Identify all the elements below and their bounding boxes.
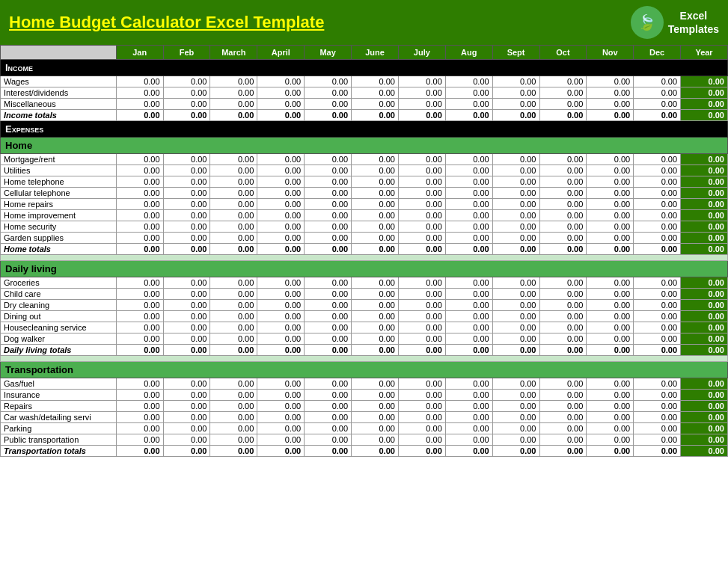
home-title: Home (1, 138, 728, 154)
interest-may[interactable]: 0.00 (305, 87, 352, 99)
home-totals-row: Home totals 0.000.000.000.000.000.000.00… (1, 244, 728, 255)
misc-nov[interactable]: 0.00 (587, 99, 634, 110)
income-totals-row: Income totals 0.00 0.00 0.00 0.00 0.00 0… (1, 110, 728, 121)
spacer-2 (1, 356, 728, 362)
column-header-row: Jan Feb March April May June July Aug Se… (1, 46, 728, 60)
page-header: Home Budget Calculator Excel Template 🍃 … (0, 0, 728, 45)
misc-dec[interactable]: 0.00 (634, 99, 681, 110)
wages-sep[interactable]: 0.00 (492, 76, 539, 87)
home-improvement-row: Home improvement 0.000.000.000.000.000.0… (1, 210, 728, 221)
income-total-nov: 0.00 (587, 110, 634, 121)
expenses-section-header: Expenses (1, 121, 728, 138)
dining-out-row: Dining out 0.000.000.000.000.000.000.000… (1, 311, 728, 322)
misc-sep[interactable]: 0.00 (492, 99, 539, 110)
misc-label: Miscellaneous (1, 99, 117, 110)
header-march: March (210, 46, 257, 60)
home-telephone-row: Home telephone 0.000.000.000.000.000.000… (1, 176, 728, 188)
home-section-header: Home (1, 138, 728, 154)
income-title: Income (1, 60, 728, 76)
misc-year: 0.00 (681, 99, 728, 110)
budget-table: Jan Feb March April May June July Aug Se… (0, 45, 728, 457)
transportation-totals-row: Transportation totals 0.000.000.000.000.… (1, 446, 728, 457)
misc-feb[interactable]: 0.00 (163, 99, 210, 110)
header-label (1, 46, 117, 60)
interest-year: 0.00 (681, 87, 728, 99)
wages-mar[interactable]: 0.00 (210, 76, 257, 87)
misc-oct[interactable]: 0.00 (539, 99, 587, 110)
header-oct: Oct (539, 46, 587, 60)
transportation-section-header: Transportation (1, 362, 728, 378)
wages-year: 0.00 (681, 76, 728, 87)
interest-aug[interactable]: 0.00 (445, 87, 492, 99)
gas-row: Gas/fuel 0.000.000.000.000.000.000.000.0… (1, 378, 728, 390)
interest-mar[interactable]: 0.00 (210, 87, 257, 99)
cellular-row: Cellular telephone 0.000.000.000.000.000… (1, 188, 728, 199)
interest-label: Interest/dividends (1, 87, 117, 99)
misc-row: Miscellaneous 0.00 0.00 0.00 0.00 0.00 0… (1, 99, 728, 110)
daily-living-title: Daily living (1, 261, 728, 277)
income-total-feb: 0.00 (163, 110, 210, 121)
housecleaning-row: Housecleaning service 0.000.000.000.000.… (1, 322, 728, 333)
income-total-apr: 0.00 (257, 110, 305, 121)
interest-oct[interactable]: 0.00 (539, 87, 587, 99)
header-year: Year (681, 46, 728, 60)
parking-row: Parking 0.000.000.000.000.000.000.000.00… (1, 423, 728, 434)
wages-nov[interactable]: 0.00 (587, 76, 634, 87)
misc-mar[interactable]: 0.00 (210, 99, 257, 110)
dry-cleaning-row: Dry cleaning 0.000.000.000.000.000.000.0… (1, 300, 728, 311)
misc-aug[interactable]: 0.00 (445, 99, 492, 110)
misc-may[interactable]: 0.00 (305, 99, 352, 110)
misc-jul[interactable]: 0.00 (398, 99, 445, 110)
logo-text: Excel Templates (668, 9, 719, 36)
header-feb: Feb (163, 46, 210, 60)
interest-feb[interactable]: 0.00 (163, 87, 210, 99)
wages-may[interactable]: 0.00 (305, 76, 352, 87)
wages-label: Wages (1, 76, 117, 87)
interest-dec[interactable]: 0.00 (634, 87, 681, 99)
header-june: June (352, 46, 399, 60)
wages-apr[interactable]: 0.00 (257, 76, 305, 87)
header-jan: Jan (116, 46, 163, 60)
header-nov: Nov (587, 46, 634, 60)
income-section-header: Income (1, 60, 728, 76)
income-total-jan: 0.00 (116, 110, 163, 121)
misc-jan[interactable]: 0.00 (116, 99, 163, 110)
misc-jun[interactable]: 0.00 (352, 99, 399, 110)
interest-sep[interactable]: 0.00 (492, 87, 539, 99)
wages-aug[interactable]: 0.00 (445, 76, 492, 87)
childcare-row: Child care 0.000.000.000.000.000.000.000… (1, 289, 728, 300)
wages-jan[interactable]: 0.00 (116, 76, 163, 87)
income-total-may: 0.00 (305, 110, 352, 121)
wages-feb[interactable]: 0.00 (163, 76, 210, 87)
wages-row: Wages 0.00 0.00 0.00 0.00 0.00 0.00 0.00… (1, 76, 728, 87)
interest-nov[interactable]: 0.00 (587, 87, 634, 99)
header-may: May (305, 46, 352, 60)
groceries-row: Groceries 0.000.000.000.000.000.000.000.… (1, 277, 728, 289)
income-total-oct: 0.00 (539, 110, 587, 121)
dog-walker-row: Dog walker 0.000.000.000.000.000.000.000… (1, 333, 728, 345)
interest-jul[interactable]: 0.00 (398, 87, 445, 99)
interest-apr[interactable]: 0.00 (257, 87, 305, 99)
interest-jun[interactable]: 0.00 (352, 87, 399, 99)
mortgage-label: Mortgage/rent (1, 154, 117, 165)
home-security-row: Home security 0.000.000.000.000.000.000.… (1, 221, 728, 233)
carwash-row: Car wash/detailing servi 0.000.000.000.0… (1, 412, 728, 423)
interest-jan[interactable]: 0.00 (116, 87, 163, 99)
daily-living-totals-row: Daily living totals 0.000.000.000.000.00… (1, 345, 728, 356)
interest-row: Interest/dividends 0.00 0.00 0.00 0.00 0… (1, 87, 728, 99)
wages-dec[interactable]: 0.00 (634, 76, 681, 87)
utilities-row: Utilities 0.000.000.000.000.000.000.000.… (1, 165, 728, 176)
wages-jul[interactable]: 0.00 (398, 76, 445, 87)
page-title: Home Budget Calculator Excel Template (9, 13, 324, 32)
transportation-title: Transportation (1, 362, 728, 378)
home-repairs-row: Home repairs 0.000.000.000.000.000.000.0… (1, 199, 728, 210)
income-total-year: 0.00 (681, 110, 728, 121)
wages-oct[interactable]: 0.00 (539, 76, 587, 87)
spacer-1 (1, 255, 728, 261)
wages-jun[interactable]: 0.00 (352, 76, 399, 87)
income-total-jul: 0.00 (398, 110, 445, 121)
logo-icon: 🍃 (631, 6, 664, 39)
income-totals-label: Income totals (1, 110, 117, 121)
misc-apr[interactable]: 0.00 (257, 99, 305, 110)
header-sept: Sept (492, 46, 539, 60)
